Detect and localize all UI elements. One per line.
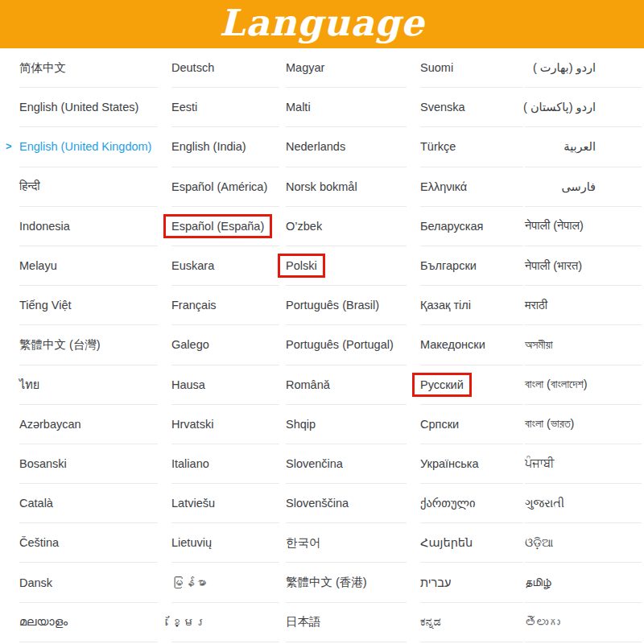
language-item[interactable]: עברית: [420, 563, 523, 602]
language-item[interactable]: Tiếng Việt: [19, 286, 158, 325]
language-item[interactable]: മലയാളം: [19, 603, 158, 642]
language-item[interactable]: Հայերեն: [420, 523, 523, 563]
language-item[interactable]: Hrvatski: [171, 405, 279, 444]
language-label: Shqip: [286, 418, 316, 431]
language-label: ଓଡ଼ିଆ: [525, 536, 553, 550]
language-label: Deutsch: [171, 61, 214, 74]
language-item[interactable]: Bosanski: [19, 444, 158, 484]
language-label: Euskara: [171, 259, 214, 272]
language-item[interactable]: Malti: [286, 88, 407, 127]
language-item[interactable]: ગુજરાતી: [525, 484, 642, 523]
language-label: ਪੰਜਾਬੀ: [525, 456, 554, 470]
language-item[interactable]: Nederlands: [286, 127, 407, 167]
language-column-4: SuomiSvenskaTürkçeΕλληνικάБеларускаяБълг…: [420, 48, 523, 642]
language-item[interactable]: नेपाली (भारत): [525, 246, 642, 286]
language-item[interactable]: Español (América): [171, 167, 279, 207]
language-column-1: 简体中文English (United States)>English (Uni…: [19, 48, 158, 642]
language-item[interactable]: தமிழ்: [525, 563, 642, 602]
language-item[interactable]: Svenska: [420, 88, 523, 127]
language-label: اردو (پاکستان ): [523, 101, 596, 114]
language-item[interactable]: O’zbek: [286, 207, 407, 246]
language-item[interactable]: Čeština: [19, 523, 158, 563]
language-label: اردو (بهارت ): [533, 61, 596, 74]
language-item[interactable]: English (United States): [19, 88, 158, 127]
language-item[interactable]: >English (United Kingdom): [19, 127, 158, 167]
page-title: Language: [220, 5, 425, 44]
language-item[interactable]: Português (Brasil): [286, 286, 407, 325]
language-item[interactable]: Deutsch: [171, 48, 279, 88]
language-item[interactable]: Slovenščina: [286, 484, 407, 523]
language-item[interactable]: ქართული: [420, 484, 523, 523]
language-label: Tiếng Việt: [19, 299, 72, 312]
language-item[interactable]: मराठी: [525, 286, 642, 325]
language-item[interactable]: မြန်မာ: [171, 563, 279, 602]
language-item[interactable]: Dansk: [19, 563, 158, 602]
language-item[interactable]: Polski: [286, 246, 407, 286]
language-label-highlighted: Español (España): [163, 214, 272, 238]
language-item[interactable]: Беларуская: [420, 207, 523, 246]
language-item[interactable]: বাংলা (ভারত): [525, 405, 642, 444]
language-item[interactable]: Shqip: [286, 405, 407, 444]
language-item[interactable]: ಕನ್ನಡ: [420, 603, 523, 642]
language-item[interactable]: Azərbaycan: [19, 405, 158, 444]
language-item[interactable]: Hausa: [171, 365, 279, 405]
language-item[interactable]: অসমীয়া: [525, 325, 642, 365]
language-item[interactable]: Italiano: [171, 444, 279, 484]
language-label: 繁體中文 (台灣): [19, 337, 101, 353]
language-label: Slovenčina: [286, 457, 343, 470]
language-item[interactable]: বাংলা (বাংলাদেশ): [525, 365, 642, 405]
language-item[interactable]: Latviešu: [171, 484, 279, 523]
language-item[interactable]: ไทย: [19, 365, 158, 405]
language-item[interactable]: ਪੰਜਾਬੀ: [525, 444, 642, 484]
language-item[interactable]: 简体中文: [19, 48, 158, 88]
language-item[interactable]: Melayu: [19, 246, 158, 286]
language-item[interactable]: Magyar: [286, 48, 407, 88]
language-label: Македонски: [420, 338, 485, 351]
language-item[interactable]: فارسی: [525, 167, 642, 207]
language-item[interactable]: العربية: [525, 127, 642, 167]
language-label: ქართული: [420, 497, 475, 510]
language-item[interactable]: Português (Portugal): [286, 325, 407, 365]
language-item[interactable]: Türkçe: [420, 127, 523, 167]
language-item[interactable]: Български: [420, 246, 523, 286]
language-label-highlighted: Русский: [412, 373, 472, 397]
language-item[interactable]: తెలుగు: [525, 603, 642, 642]
language-item[interactable]: Català: [19, 484, 158, 523]
language-item[interactable]: اردو (پاکستان ): [525, 88, 642, 127]
language-label: മലയാളം: [19, 615, 68, 629]
language-item[interactable]: 繁體中文 (香港): [286, 563, 407, 602]
language-label: O’zbek: [286, 220, 322, 233]
language-item[interactable]: English (India): [171, 127, 279, 167]
language-item[interactable]: Slovenčina: [286, 444, 407, 484]
language-item[interactable]: नेपाली (नेपाल): [525, 207, 642, 246]
language-item[interactable]: हिन्दी: [19, 167, 158, 207]
language-item[interactable]: 日本語: [286, 603, 407, 642]
language-item[interactable]: Русский: [420, 365, 523, 405]
language-item[interactable]: Македонски: [420, 325, 523, 365]
language-item[interactable]: 한국어: [286, 523, 407, 563]
language-item[interactable]: Ελληνικά: [420, 167, 523, 207]
language-item[interactable]: Norsk bokmål: [286, 167, 407, 207]
language-item[interactable]: Galego: [171, 325, 279, 365]
language-item[interactable]: 繁體中文 (台灣): [19, 325, 158, 365]
language-item[interactable]: Lietuvių: [171, 523, 279, 563]
language-grid: 简体中文English (United States)>English (Uni…: [0, 48, 644, 644]
language-settings-page: Language 简体中文English (United States)>Eng…: [0, 0, 644, 644]
language-item[interactable]: Euskara: [171, 246, 279, 286]
language-item[interactable]: Српски: [420, 405, 523, 444]
language-item[interactable]: Indonesia: [19, 207, 158, 246]
language-label: తెలుగు: [525, 616, 560, 629]
language-item[interactable]: Français: [171, 286, 279, 325]
language-item[interactable]: ខ្មែរ: [171, 603, 279, 642]
language-column-3: MagyarMaltiNederlandsNorsk bokmålO’zbekP…: [286, 48, 407, 642]
language-item[interactable]: اردو (بهارت ): [525, 48, 642, 88]
language-label: मराठी: [525, 299, 547, 312]
language-item[interactable]: Română: [286, 365, 407, 405]
language-item[interactable]: Українська: [420, 444, 523, 484]
language-item[interactable]: ଓଡ଼ିଆ: [525, 523, 642, 563]
language-item[interactable]: Eesti: [171, 88, 279, 127]
language-item[interactable]: Español (España): [171, 207, 279, 246]
language-item[interactable]: Қазақ тілі: [420, 286, 523, 325]
language-label: Melayu: [19, 259, 57, 272]
language-item[interactable]: Suomi: [420, 48, 523, 88]
